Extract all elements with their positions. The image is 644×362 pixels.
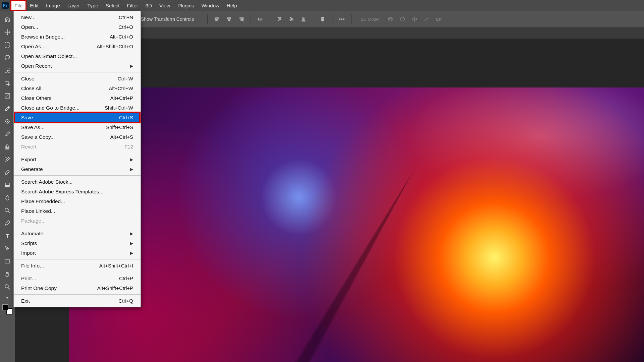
menu-item-generate[interactable]: Generate▶ [14,164,141,174]
menu-item-search-adobe-express-templates[interactable]: Search Adobe Express Templates... [14,187,141,196]
menu-select[interactable]: Select [102,0,123,11]
3d-roll-icon[interactable] [397,14,408,24]
menu-3d[interactable]: 3D [142,0,156,11]
file-menu-dropdown: New...Ctrl+NOpen...Ctrl+OBrowse in Bridg… [13,11,141,307]
path-select-icon[interactable] [1,243,13,255]
align-top-icon[interactable] [274,14,284,24]
menu-item-label: Export [21,157,36,163]
menu-item-export[interactable]: Export▶ [14,155,141,164]
healing-icon[interactable] [1,115,13,127]
dodge-icon[interactable] [1,204,13,217]
menu-item-label: Close [21,76,35,82]
menu-item-label: Close and Go to Bridge... [21,105,79,111]
3d-slide-icon[interactable] [422,14,432,24]
menu-item-exit[interactable]: ExitCtrl+Q [14,296,141,306]
menu-item-close-others[interactable]: Close OthersAlt+Ctrl+P [14,93,141,103]
separator [351,14,352,24]
menu-plugins[interactable]: Plugins [174,0,198,11]
align-hcenter-icon[interactable] [224,14,234,24]
menu-item-shortcut: Ctrl+N [119,14,133,20]
history-brush-icon[interactable] [1,154,13,166]
menu-item-save-as[interactable]: Save As...Shift+Ctrl+S [14,122,141,132]
foreground-color-swatch[interactable] [2,304,8,310]
toolstrip-expand-icon[interactable] [1,294,13,301]
home-icon[interactable] [1,13,13,25]
menu-item-open[interactable]: Open...Ctrl+O [14,22,141,32]
menu-view[interactable]: View [156,0,174,11]
svg-rect-30 [436,18,439,20]
menu-item-close-and-go-to-bridge[interactable]: Close and Go to Bridge...Shift+Ctrl+W [14,103,141,113]
blur-icon[interactable] [1,192,13,204]
3d-orbit-icon[interactable] [385,14,395,24]
menu-item-open-as[interactable]: Open As...Alt+Shift+Ctrl+O [14,42,141,51]
menu-image[interactable]: Image [42,0,64,11]
svg-marker-46 [6,297,9,299]
distribute-hstack-icon[interactable] [255,14,265,24]
menu-item-print-one-copy[interactable]: Print One CopyAlt+Shift+Ctrl+P [14,283,141,293]
stamp-icon[interactable] [1,141,13,153]
align-left-icon[interactable] [212,14,222,24]
menu-item-close-all[interactable]: Close AllAlt+Ctrl+W [14,83,141,93]
menu-item-close[interactable]: CloseCtrl+W [14,74,141,83]
menu-item-file-info[interactable]: File Info...Alt+Shift+Ctrl+I [14,261,141,270]
align-bottom-icon[interactable] [299,14,309,24]
menu-item-search-adobe-stock[interactable]: Search Adobe Stock... [14,177,141,187]
menu-item-package: Package... [14,216,141,226]
marquee-icon[interactable] [1,39,13,51]
menu-item-label: Package... [21,218,46,224]
menu-item-scripts[interactable]: Scripts▶ [14,238,141,248]
menu-item-new[interactable]: New...Ctrl+N [14,12,141,22]
menu-filter[interactable]: Filter [123,0,142,11]
submenu-arrow-icon: ▶ [130,167,133,172]
color-swatches[interactable] [2,304,12,314]
svg-point-44 [5,285,8,288]
more-options-icon[interactable] [337,14,347,24]
menu-item-open-recent[interactable]: Open Recent▶ [14,61,141,71]
submenu-arrow-icon: ▶ [130,157,133,162]
menu-item-save[interactable]: SaveCtrl+S [14,113,141,122]
menu-item-open-as-smart-object[interactable]: Open as Smart Object... [14,51,141,61]
menu-item-save-a-copy[interactable]: Save a Copy...Alt+Ctrl+S [14,132,141,142]
svg-rect-15 [280,18,281,19]
menu-item-place-embedded[interactable]: Place Embedded... [14,196,141,206]
menu-item-label: Revert [21,144,37,150]
menu-type[interactable]: Type [84,0,102,11]
eyedropper-icon[interactable] [1,103,13,115]
align-right-icon[interactable] [236,14,246,24]
svg-point-40 [5,208,8,212]
menu-item-print[interactable]: Print...Ctrl+P [14,274,141,283]
move-icon[interactable] [1,26,13,38]
hand-icon[interactable] [1,268,13,280]
3d-camera-icon[interactable] [434,14,444,24]
align-vcenter-icon[interactable] [286,14,297,24]
paint-bucket-icon[interactable] [1,179,13,191]
show-transform-controls-label[interactable]: Show Transform Controls [141,16,194,22]
menu-item-automate[interactable]: Automate▶ [14,229,141,238]
pen-icon[interactable] [1,217,13,229]
object-select-icon[interactable] [1,64,13,76]
zoom-icon[interactable] [1,281,13,293]
distribute-vstack-icon[interactable] [318,14,328,24]
menu-window[interactable]: Window [198,0,223,11]
3d-pan-icon[interactable] [410,14,420,24]
svg-rect-31 [5,43,10,47]
menu-help[interactable]: Help [223,0,241,11]
menu-item-browse-in-bridge[interactable]: Browse in Bridge...Alt+Ctrl+O [14,32,141,42]
menu-file[interactable]: File [11,0,26,11]
type-icon[interactable]: T [1,230,13,242]
canvas-image[interactable] [69,87,644,362]
menu-item-label: Save a Copy... [21,134,55,140]
rectangle-icon[interactable] [1,255,13,267]
eraser-icon[interactable] [1,166,13,178]
submenu-arrow-icon: ▶ [130,231,133,236]
frame-icon[interactable] [1,90,13,102]
menu-item-import[interactable]: Import▶ [14,248,141,258]
brush-icon[interactable] [1,128,13,140]
menu-layer[interactable]: Layer [64,0,84,11]
crop-icon[interactable] [1,77,13,89]
menu-item-label: Search Adobe Express Templates... [21,189,103,195]
separator [270,14,270,24]
lasso-icon[interactable] [1,52,13,64]
menu-edit[interactable]: Edit [26,0,42,11]
menu-item-place-linked[interactable]: Place Linked... [14,206,141,216]
